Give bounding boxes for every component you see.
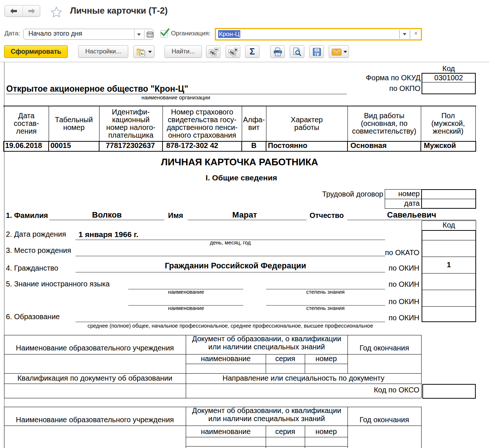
svg-text:C: C	[213, 52, 216, 56]
svg-text:C: C	[233, 52, 235, 56]
